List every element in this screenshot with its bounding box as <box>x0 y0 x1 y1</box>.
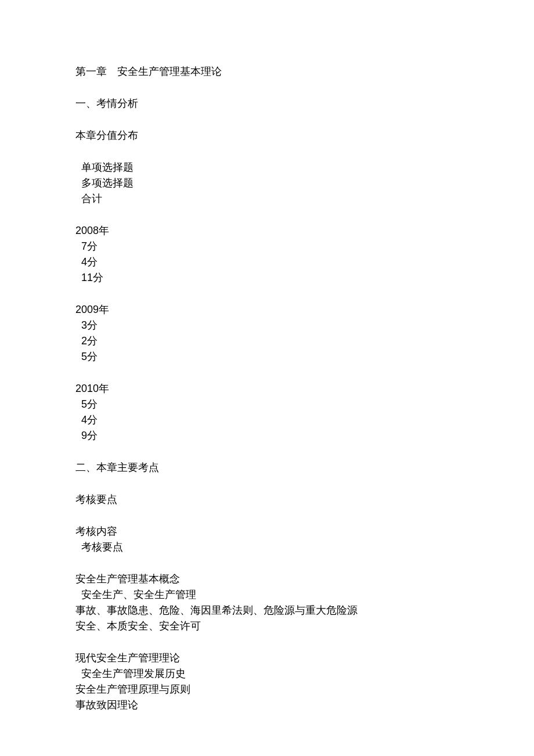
group2-line3: 事故致因理论 <box>75 697 459 713</box>
year-number: 2009 <box>75 304 99 315</box>
table-header-total: 合计 <box>75 191 459 207</box>
score-num: 5 <box>81 351 87 362</box>
group1-title: 安全生产管理基本概念 <box>75 571 459 587</box>
score-num: 2 <box>81 335 87 347</box>
score-num: 4 <box>81 414 87 426</box>
score-suffix: 分 <box>87 351 98 362</box>
col-heading-points: 考核要点 <box>75 539 459 555</box>
score-suffix: 分 <box>87 256 98 268</box>
score-num: 9 <box>81 430 87 441</box>
score-num: 4 <box>81 256 87 268</box>
section2-subheading: 考核要点 <box>75 492 459 507</box>
score-suffix: 分 <box>87 414 98 426</box>
score-num: 11 <box>81 272 93 283</box>
score-num: 3 <box>81 319 87 331</box>
chapter-title: 第一章 安全生产管理基本理论 <box>75 64 459 80</box>
group2-line2: 安全生产管理原理与原则 <box>75 682 459 697</box>
year-suffix: 年 <box>99 304 109 315</box>
year-block-2010: 2010年 5分 4分 9分 <box>75 381 459 444</box>
table-header-multi: 多项选择题 <box>75 175 459 191</box>
year-suffix: 年 <box>99 383 109 394</box>
group2-title: 现代安全生产管理理论 <box>75 650 459 666</box>
section2-heading: 二、本章主要考点 <box>75 460 459 476</box>
year-suffix: 年 <box>99 225 109 236</box>
year-number: 2010 <box>75 383 99 394</box>
year-block-2009: 2009年 3分 2分 5分 <box>75 302 459 365</box>
score-suffix: 分 <box>87 240 98 252</box>
year-number: 2008 <box>75 225 99 236</box>
score-suffix: 分 <box>87 398 98 410</box>
group2-line1: 安全生产管理发展历史 <box>75 666 459 682</box>
group1-line2: 事故、事故隐患、危险、海因里希法则、危险源与重大危险源 <box>75 603 459 618</box>
score-num: 5 <box>81 398 87 410</box>
year-block-2008: 2008年 7分 4分 11分 <box>75 223 459 286</box>
col-heading-content: 考核内容 <box>75 524 459 539</box>
score-suffix: 分 <box>87 319 98 331</box>
score-suffix: 分 <box>93 272 103 283</box>
group1-line3: 安全、本质安全、安全许可 <box>75 618 459 634</box>
score-suffix: 分 <box>87 430 98 441</box>
score-num: 7 <box>81 240 87 252</box>
section1-heading: 一、考情分析 <box>75 96 459 111</box>
section1-subheading: 本章分值分布 <box>75 128 459 143</box>
group1-line1: 安全生产、安全生产管理 <box>75 587 459 603</box>
score-suffix: 分 <box>87 335 98 347</box>
table-header-single: 单项选择题 <box>75 160 459 175</box>
